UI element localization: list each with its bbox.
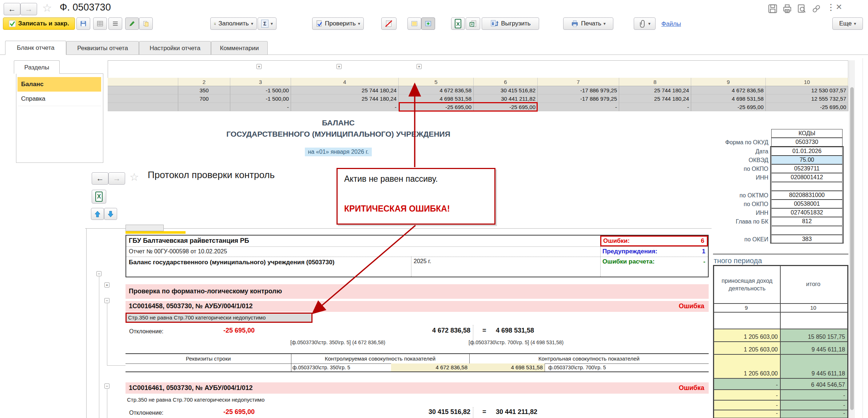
- rows-button[interactable]: [407, 17, 421, 30]
- right-table-cell[interactable]: 1 205 603,00: [714, 329, 780, 342]
- sheet-col-header[interactable]: 4: [291, 78, 399, 86]
- sheet-col-header[interactable]: 10: [766, 78, 848, 86]
- verify-button[interactable]: Проверить▾: [312, 17, 364, 30]
- protocol-next-error-button[interactable]: [104, 208, 117, 220]
- error-row[interactable]: 1С0016458, 0503730, № АУБУ/004/1/012 Оши…: [126, 301, 709, 312]
- fill-button[interactable]: Заполнить▾: [210, 17, 257, 30]
- sheet-cell[interactable]: 30 415 516,82: [474, 86, 538, 95]
- sheet-cell[interactable]: 12 555 732,57: [766, 95, 848, 103]
- tree-collapse-icon[interactable]: −: [96, 271, 101, 276]
- tab-report-requisites[interactable]: Реквизиты отчета: [66, 41, 139, 55]
- sheet-cell[interactable]: 350: [178, 86, 230, 95]
- sheet-col-header[interactable]: 9: [691, 78, 766, 86]
- tree-expand-icon[interactable]: +: [104, 282, 110, 288]
- attach-button[interactable]: ▾: [634, 17, 656, 30]
- sheet-col-header[interactable]: 2: [178, 78, 230, 86]
- sheet-cell[interactable]: [108, 103, 178, 111]
- sheet-cell[interactable]: 12 530 037,57: [766, 86, 848, 95]
- sheet-cell[interactable]: -25 695,00: [691, 103, 766, 111]
- sheet-cell[interactable]: 25 744 180,24: [619, 95, 691, 103]
- error-row[interactable]: 1С0016461, 0503730, № АУБУ/004/1/012 Оши…: [126, 382, 709, 394]
- link-icon[interactable]: [811, 4, 821, 15]
- sum-button[interactable]: Σ ▾: [258, 17, 276, 30]
- sheet-cell[interactable]: 25 744 180,24: [291, 95, 399, 103]
- code-value-cell[interactable]: 383: [771, 235, 843, 244]
- right-table-cell[interactable]: 9 445 611,18: [780, 354, 848, 378]
- code-value-cell[interactable]: [771, 226, 843, 235]
- sheet-col-header[interactable]: 3: [230, 78, 291, 86]
- sheet-cell[interactable]: -: [230, 103, 291, 111]
- edit-button[interactable]: [125, 17, 139, 30]
- right-table-cell[interactable]: -: [714, 378, 780, 390]
- copy-button[interactable]: [139, 17, 153, 30]
- sheet-cell[interactable]: 4 698 531,58: [399, 95, 474, 103]
- sheet-cell[interactable]: 4 698 531,58: [691, 95, 766, 103]
- right-table-cell[interactable]: [780, 312, 848, 329]
- sheet-cell[interactable]: 700: [178, 95, 230, 103]
- protocol-back-button[interactable]: ←: [92, 172, 108, 185]
- right-table-cell[interactable]: -: [780, 390, 848, 400]
- sheet-col-header[interactable]: 8: [619, 78, 691, 86]
- back-button[interactable]: ←: [4, 3, 20, 15]
- protocol-prev-error-button[interactable]: [91, 208, 104, 220]
- unload-button[interactable]: Выгрузить: [482, 17, 539, 30]
- protocol-favorite-star-icon[interactable]: ☆: [130, 171, 139, 183]
- sheet-cell[interactable]: -1 500,00: [230, 95, 291, 103]
- sheet-cell[interactable]: [178, 103, 230, 111]
- sheet-cell[interactable]: 4 672 836,58: [691, 86, 766, 95]
- right-table-cell[interactable]: 6 404 546,57: [780, 378, 848, 390]
- preview-icon[interactable]: [797, 4, 807, 15]
- favorite-star-icon[interactable]: ☆: [42, 1, 52, 14]
- code-value-cell[interactable]: 05239711: [771, 164, 843, 173]
- column-group-expand-icon[interactable]: +: [417, 64, 422, 69]
- report-date[interactable]: на «01» января 2026 г.: [305, 148, 371, 156]
- sidebar-item-reference[interactable]: Справка: [17, 92, 101, 106]
- protocol-excel-button[interactable]: X: [92, 190, 106, 204]
- code-value-cell[interactable]: 0503730: [771, 138, 843, 146]
- sheet-col-header[interactable]: 6: [474, 78, 538, 86]
- save-icon[interactable]: [768, 4, 778, 15]
- sheet-col-header[interactable]: 7: [538, 78, 619, 86]
- code-value-cell[interactable]: 0208001412: [771, 173, 843, 182]
- save-button[interactable]: [76, 17, 90, 30]
- tab-sections[interactable]: Разделы: [14, 60, 60, 74]
- forward-button[interactable]: →: [20, 3, 37, 15]
- excel-doc-button[interactable]: X: [466, 17, 480, 30]
- print-icon[interactable]: [782, 4, 792, 15]
- protocol-forward-button[interactable]: →: [108, 172, 125, 185]
- right-table-cell[interactable]: -: [780, 410, 848, 418]
- code-value-cell[interactable]: [771, 182, 843, 191]
- sheet-cell[interactable]: [108, 86, 178, 95]
- code-value-cell[interactable]: 00538001: [771, 200, 843, 208]
- tab-report-settings[interactable]: Настройки отчета: [139, 41, 211, 55]
- sheet-cell[interactable]: [108, 95, 178, 103]
- sheet-cell[interactable]: -: [291, 103, 399, 111]
- table-view-button[interactable]: [93, 17, 107, 30]
- sheet-col-header[interactable]: 5: [399, 78, 474, 86]
- sheet-cell[interactable]: -: [538, 103, 619, 111]
- tab-comments[interactable]: Комментарии: [211, 41, 268, 55]
- right-table-cell[interactable]: -: [714, 400, 780, 410]
- code-value-cell[interactable]: 80208831000: [771, 191, 843, 200]
- cancel-calc-button[interactable]: [381, 17, 397, 30]
- save-and-close-button[interactable]: Записать и закр.: [3, 17, 75, 30]
- right-table-cell[interactable]: -: [780, 400, 848, 410]
- kebab-menu-icon[interactable]: ⋮: [827, 2, 835, 12]
- sheet-cell[interactable]: 25 744 180,24: [619, 86, 691, 95]
- right-table-cell[interactable]: -: [714, 410, 780, 418]
- close-window-icon[interactable]: ×: [836, 1, 842, 13]
- right-table-cell[interactable]: 1 205 603,00: [714, 354, 780, 378]
- sheet-cell[interactable]: -17 886 979,25: [538, 86, 619, 95]
- scrollbar-thumb[interactable]: [850, 87, 854, 410]
- code-value-cell[interactable]: 75.00: [771, 156, 843, 164]
- files-link[interactable]: Файлы: [661, 20, 681, 28]
- right-table-cell[interactable]: 15 850 157,75: [780, 329, 848, 342]
- right-table-cell[interactable]: [714, 312, 780, 329]
- more-button[interactable]: Еще▾: [832, 17, 863, 30]
- code-value-cell[interactable]: 0274051832: [771, 208, 843, 217]
- print-button[interactable]: Печать▾: [563, 17, 613, 30]
- add-cell-button[interactable]: [421, 17, 435, 30]
- tree-collapse-icon[interactable]: −: [104, 298, 110, 303]
- sheet-cell[interactable]: -1 500,00: [230, 86, 291, 95]
- tree-collapse-icon[interactable]: −: [104, 383, 110, 389]
